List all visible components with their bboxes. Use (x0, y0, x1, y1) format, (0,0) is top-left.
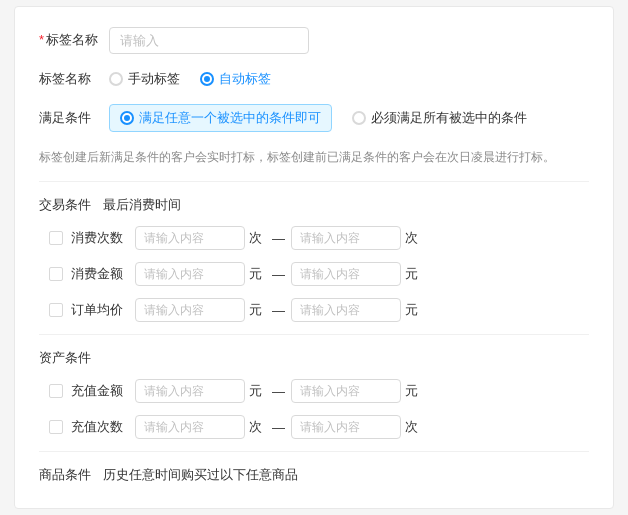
trade-label-0: 消费次数 (71, 229, 135, 247)
manual-tag-label: 手动标签 (128, 70, 180, 88)
trade-unit-2-to: 元 (405, 301, 418, 319)
asset-input-1-to[interactable] (291, 415, 401, 439)
asset-checkbox-1[interactable] (49, 420, 63, 434)
goods-title: 商品条件 (39, 466, 91, 484)
goods-section-header: 商品条件 历史任意时间购买过以下任意商品 (39, 466, 589, 484)
asset-input-1-from[interactable] (135, 415, 245, 439)
asset-label-1: 充值次数 (71, 418, 135, 436)
satisfy-label: 满足条件 (39, 109, 109, 127)
trade-row-0: 消费次数 次 — 次 (39, 226, 589, 250)
goods-section: 商品条件 历史任意时间购买过以下任意商品 (39, 451, 589, 484)
trade-unit-1-from: 元 (249, 265, 262, 283)
trade-checkbox-0[interactable] (49, 231, 63, 245)
tag-type-label: 标签名称 (39, 70, 109, 88)
trade-dash-0: — (272, 231, 285, 246)
trade-input-1-to[interactable] (291, 262, 401, 286)
asset-input-0-to[interactable] (291, 379, 401, 403)
asset-unit-1-from: 次 (249, 418, 262, 436)
required-star: * (39, 32, 44, 47)
satisfy-any-radio[interactable] (120, 111, 134, 125)
trade-label-1: 消费金额 (71, 265, 135, 283)
manual-tag-radio[interactable] (109, 72, 123, 86)
manual-tag-option[interactable]: 手动标签 (109, 70, 180, 88)
asset-row-0: 充值金额 元 — 元 (39, 379, 589, 403)
trade-row-1: 消费金额 元 — 元 (39, 262, 589, 286)
asset-dash-1: — (272, 420, 285, 435)
auto-tag-option[interactable]: 自动标签 (200, 70, 271, 88)
goods-sub-label: 历史任意时间购买过以下任意商品 (103, 466, 298, 484)
trade-label-2: 订单均价 (71, 301, 135, 319)
trade-input-0-to[interactable] (291, 226, 401, 250)
auto-tag-label: 自动标签 (219, 70, 271, 88)
satisfy-row: 满足条件 满足任意一个被选中的条件即可 必须满足所有被选中的条件 (39, 104, 589, 132)
trade-checkbox-2[interactable] (49, 303, 63, 317)
satisfy-any-label: 满足任意一个被选中的条件即可 (139, 109, 321, 127)
trade-input-1-from[interactable] (135, 262, 245, 286)
trade-unit-1-to: 元 (405, 265, 418, 283)
form-card: *标签名称 标签名称 手动标签 自动标签 满足条件 满足任意一个被选中的条件即可 (14, 6, 614, 509)
satisfy-any-option[interactable]: 满足任意一个被选中的条件即可 (109, 104, 332, 132)
trade-checkbox-1[interactable] (49, 267, 63, 281)
trade-input-2-from[interactable] (135, 298, 245, 322)
asset-section-header: 资产条件 (39, 349, 589, 367)
satisfy-all-label: 必须满足所有被选中的条件 (371, 109, 527, 127)
asset-unit-0-from: 元 (249, 382, 262, 400)
trade-dash-2: — (272, 303, 285, 318)
trade-unit-0-from: 次 (249, 229, 262, 247)
asset-unit-1-to: 次 (405, 418, 418, 436)
asset-checkbox-0[interactable] (49, 384, 63, 398)
trade-section-header: 交易条件 最后消费时间 (39, 181, 589, 214)
trade-title: 交易条件 (39, 196, 91, 214)
asset-label-0: 充值金额 (71, 382, 135, 400)
trade-unit-0-to: 次 (405, 229, 418, 247)
auto-tag-radio[interactable] (200, 72, 214, 86)
trade-input-0-from[interactable] (135, 226, 245, 250)
tag-name-label: *标签名称 (39, 31, 109, 49)
asset-row-1: 充值次数 次 — 次 (39, 415, 589, 439)
trade-input-2-to[interactable] (291, 298, 401, 322)
asset-unit-0-to: 元 (405, 382, 418, 400)
trade-sub-label: 最后消费时间 (103, 196, 181, 214)
asset-dash-0: — (272, 384, 285, 399)
tag-name-input[interactable] (109, 27, 309, 54)
trade-row-2: 订单均价 元 — 元 (39, 298, 589, 322)
trade-dash-1: — (272, 267, 285, 282)
hint-text: 标签创建后新满足条件的客户会实时打标，标签创建前已满足条件的客户会在次日凌晨进行… (39, 148, 589, 167)
tag-type-row: 标签名称 手动标签 自动标签 (39, 70, 589, 88)
trade-unit-2-from: 元 (249, 301, 262, 319)
asset-title: 资产条件 (39, 349, 91, 367)
asset-input-0-from[interactable] (135, 379, 245, 403)
tag-name-row: *标签名称 (39, 27, 589, 54)
tag-type-radio-group: 手动标签 自动标签 (109, 70, 271, 88)
satisfy-all-option[interactable]: 必须满足所有被选中的条件 (342, 105, 537, 131)
satisfy-all-radio[interactable] (352, 111, 366, 125)
asset-section: 资产条件 充值金额 元 — 元 充值次数 次 — 次 (39, 334, 589, 439)
